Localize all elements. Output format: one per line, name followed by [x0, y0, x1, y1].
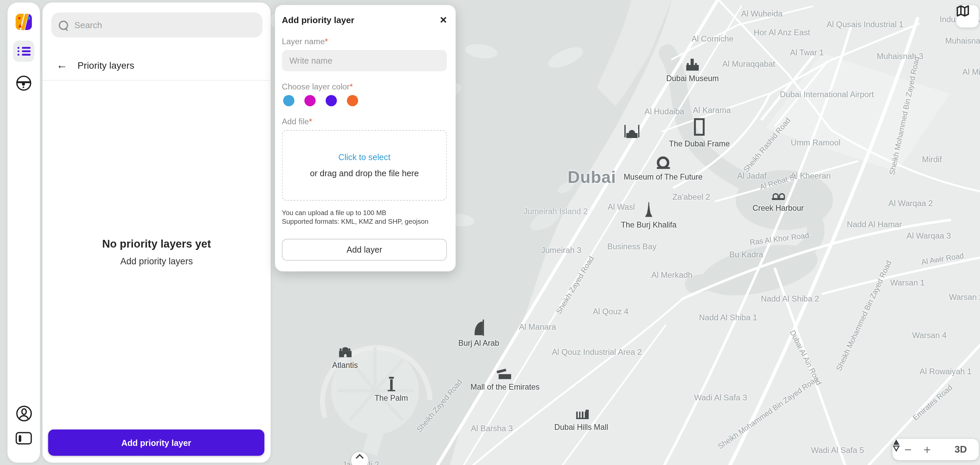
account-icon [16, 405, 32, 421]
map-landmark: Mall of the Emirates [471, 374, 539, 392]
layers-list-icon [17, 46, 30, 56]
map-area-label: Al Warqaa 3 [907, 231, 951, 240]
search-icon [59, 21, 68, 30]
map-landmark: Museum of The Future [624, 156, 703, 182]
layer-color-swatch[interactable] [347, 95, 358, 107]
map-area-label: Hor Al Anz East [754, 28, 810, 37]
map-area-label: Bu Kadra [729, 250, 763, 259]
map-area-label: Warsan 2 [949, 292, 980, 301]
map-area-label: Al Barsha 3 [471, 424, 513, 433]
drag-drop-hint: or drag and drop the file here [310, 169, 418, 178]
app-window: DubaiAl WuheidaAl Qusais Industrial 1Ind… [0, 0, 980, 465]
search-input[interactable]: Search [51, 13, 262, 38]
map-area-label: Al Twar 1 [790, 48, 824, 57]
map-area-label: Al Warqaa 2 [889, 198, 933, 208]
sidebar-toggle-icon [16, 432, 32, 444]
empty-state-subtitle: Add priority layers [43, 256, 270, 266]
priority-layers-panel: Search ← Priority layers No priority lay… [43, 2, 270, 462]
map-landmark: The Dubai Frame [669, 118, 730, 148]
map-area-label: Al Merkadh [651, 270, 693, 280]
map-area-label: Al Hudaiba [644, 107, 684, 116]
map-landmark [626, 133, 638, 140]
app-logo [16, 14, 32, 30]
map-area-label: Al Muraqqabat [722, 59, 775, 68]
fort-icon [686, 65, 698, 71]
map-landmark-label: Atlantis [332, 361, 358, 369]
map-area-label: Business Bay [607, 242, 657, 251]
map-zoom-controls: − + 3D [892, 439, 979, 460]
icon-rail [7, 2, 40, 462]
map-area-label: Al Wuheida [741, 9, 783, 18]
layer-name-label: Layer name* [282, 37, 447, 46]
layer-color-label: Choose layer color* [282, 82, 447, 91]
map-area-label: Warsan 4 [912, 330, 947, 340]
arches-icon [772, 193, 784, 200]
page-title: Priority layers [77, 60, 134, 70]
layer-color-swatch[interactable] [283, 95, 294, 107]
layer-name-input[interactable] [282, 50, 447, 71]
layer-color-swatch[interactable] [304, 95, 316, 107]
add-priority-layer-button[interactable]: Add priority layer [48, 430, 265, 455]
map-area-label: Al Qouz 4 [593, 307, 628, 316]
map-water-label: Jumeirah Island 2 [523, 207, 588, 216]
panel-header: ← Priority layers [43, 50, 270, 80]
map-area-label: Nadd Al Hamar [847, 220, 902, 229]
map-area-label: Muhaisnah [945, 36, 980, 45]
search-placeholder: Search [74, 20, 102, 30]
steering-wheel-icon [16, 76, 32, 91]
map-landmark-label: Burj Al Arab [458, 339, 499, 348]
file-formats-hint: Supported formats: KML, KMZ and SHP, geo… [282, 217, 447, 226]
map-landmark-label: Creek Harbour [752, 204, 804, 212]
layer-color-swatch[interactable] [326, 95, 337, 107]
map-area-label: Umm Ramool [791, 138, 840, 147]
map-big-label: Dubai [568, 168, 616, 187]
map-area-label: Warsan 1 [890, 278, 925, 287]
map-landmark-label: Dubai Museum [666, 74, 719, 83]
back-button[interactable]: ← [56, 59, 68, 71]
sidebar-item-drive[interactable] [13, 72, 34, 94]
map-area-label: Wadi Al Safa 3 [694, 393, 747, 402]
map-area-label: Al Rowaiyah 1 [920, 366, 972, 376]
map-area-label: Mirdif [922, 155, 942, 164]
map-landmark-label: Dubai Hills Mall [554, 423, 608, 432]
map-landmark-label: The Dubai Frame [669, 139, 730, 148]
map-landmark: Burj Al Arab [458, 321, 499, 347]
map-area-label: Dubai International Airport [780, 90, 874, 99]
zoom-out-button[interactable]: − [904, 443, 912, 455]
mall-icon [499, 374, 511, 379]
castle-icon [339, 351, 351, 357]
mall2-icon [576, 412, 587, 419]
column-icon [390, 379, 392, 390]
collapse-panel-button[interactable] [13, 427, 34, 449]
map-landmark: Dubai Museum [666, 65, 719, 83]
map-landmark: Atlantis [332, 351, 358, 370]
required-mark: * [325, 37, 328, 46]
map-landmark-label: Mall of the Emirates [471, 383, 539, 392]
map-area-label: Al Corniche [692, 34, 733, 43]
account-button[interactable] [13, 403, 34, 424]
map-style-button[interactable] [956, 5, 978, 27]
map-area-label: Jumeirah 3 [541, 245, 581, 255]
map-area-label: Nadd Al Shiba 1 [699, 313, 757, 322]
3d-toggle-button[interactable]: 3D [955, 444, 967, 455]
click-to-select-link[interactable]: Click to select [338, 153, 390, 162]
map-area-label: Za'abeel 2 [673, 192, 710, 202]
zoom-in-button[interactable]: + [923, 443, 931, 455]
add-layer-button[interactable]: Add layer [282, 239, 447, 260]
add-priority-layer-modal: Add priority layer × Layer name* Choose … [275, 5, 455, 271]
map-landmark-label: The Palm [374, 393, 408, 402]
mosque-icon [626, 133, 638, 138]
map-area-label: Al Manara [519, 322, 556, 332]
layer-color-swatches [283, 95, 447, 107]
map-area-label: Al Karama [693, 105, 731, 115]
map-area-label: Al Qusais Industrial 1 [827, 20, 903, 29]
donut-icon [657, 156, 669, 169]
map-landmark-label: The Burj Khalifa [621, 221, 676, 229]
file-dropzone[interactable]: Click to select or drag and drop the fil… [282, 130, 447, 201]
file-size-hint: You can upload a file up to 100 MB [282, 209, 447, 217]
map-landmark: Dubai Hills Mall [554, 412, 608, 432]
sidebar-item-layers[interactable] [13, 41, 34, 62]
add-file-label: Add file* [282, 117, 447, 126]
spire-icon [645, 202, 652, 217]
close-icon[interactable]: × [440, 14, 447, 25]
